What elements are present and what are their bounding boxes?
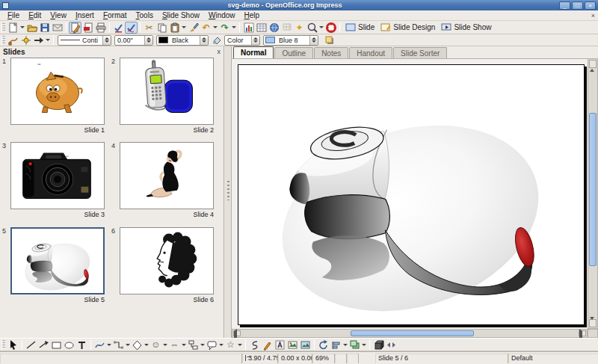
- alignment-icon[interactable]: [330, 339, 342, 351]
- from-file-icon[interactable]: [286, 339, 299, 351]
- line-icon[interactable]: [25, 339, 37, 351]
- slide-thumbnail-3[interactable]: 3 Slide 3: [10, 142, 105, 218]
- flowchart-icon[interactable]: [187, 339, 200, 351]
- shadow-icon[interactable]: [323, 34, 336, 46]
- panel-splitter[interactable]: [225, 46, 232, 338]
- menu-tools[interactable]: Tools: [132, 10, 158, 20]
- slide-show-button[interactable]: Slide Show: [438, 22, 494, 33]
- spellcheck-icon[interactable]: [112, 22, 125, 34]
- connector-dropdown-icon[interactable]: [126, 344, 130, 346]
- close-button[interactable]: ×: [585, 1, 596, 10]
- splitter-grip-icon[interactable]: [227, 181, 229, 200]
- block-arrows-dropdown-icon[interactable]: [182, 344, 186, 346]
- chart-icon[interactable]: [242, 22, 255, 34]
- edit-file-icon[interactable]: [69, 22, 81, 34]
- alignment-dropdown-icon[interactable]: [343, 344, 348, 346]
- fill-type-select[interactable]: Color: [224, 35, 260, 46]
- navigator-icon[interactable]: ✦: [293, 22, 306, 34]
- menu-view[interactable]: View: [46, 10, 71, 20]
- callouts-dropdown-icon[interactable]: [219, 344, 224, 346]
- slide-thumbnail-5[interactable]: 5 Slide 5: [10, 227, 105, 303]
- toolbar-handle[interactable]: [1, 340, 5, 349]
- line-color-select[interactable]: Black: [156, 35, 209, 46]
- scroll-left-icon[interactable]: [233, 330, 241, 336]
- line-width-spinner[interactable]: [144, 36, 152, 45]
- line-style-select[interactable]: Conti: [58, 35, 111, 46]
- line-color-spinner[interactable]: [200, 36, 208, 45]
- menu-edit[interactable]: Edit: [24, 10, 46, 20]
- slide-design-button[interactable]: Slide Design: [377, 22, 438, 33]
- print-icon[interactable]: [94, 22, 107, 34]
- paste-dropdown-icon[interactable]: [182, 26, 186, 28]
- copy-icon[interactable]: [155, 22, 168, 34]
- line-arrow-end-icon[interactable]: [37, 339, 50, 351]
- rotate-icon[interactable]: [317, 339, 330, 351]
- fill-bucket-icon[interactable]: [210, 34, 223, 46]
- maximize-button[interactable]: □: [572, 1, 583, 10]
- text-icon[interactable]: [75, 339, 88, 351]
- scroll-right-icon[interactable]: [579, 330, 586, 336]
- arrow-style-icon[interactable]: [32, 34, 45, 46]
- symbol-shapes-dropdown-icon[interactable]: [163, 344, 167, 346]
- redo-dropdown-icon[interactable]: [232, 26, 236, 28]
- new-document-dropdown-icon[interactable]: [20, 26, 25, 28]
- fill-type-spinner[interactable]: [251, 36, 259, 45]
- symbol-shapes-icon[interactable]: ☺: [150, 339, 162, 351]
- curve-dropdown-icon[interactable]: [107, 344, 111, 346]
- slide-thumbnail-1[interactable]: 1: [10, 58, 105, 134]
- zoom-dropdown-icon[interactable]: [319, 26, 324, 28]
- paste-icon[interactable]: [168, 22, 181, 34]
- arrange-dropdown-icon[interactable]: [362, 344, 366, 346]
- format-paintbrush-icon[interactable]: [187, 22, 200, 34]
- arrow-style-dropdown-icon[interactable]: [46, 39, 50, 41]
- new-document-icon[interactable]: [7, 22, 19, 34]
- email-icon[interactable]: [51, 22, 64, 34]
- slide-page[interactable]: [238, 64, 585, 325]
- tab-slide-sorter[interactable]: Slide Sorter: [393, 47, 447, 58]
- redo-icon[interactable]: ↷: [218, 22, 231, 34]
- close-document-icon[interactable]: ×: [591, 12, 595, 19]
- cut-icon[interactable]: ✂: [143, 22, 155, 34]
- tab-notes[interactable]: Notes: [314, 47, 348, 58]
- minimize-button[interactable]: _: [559, 1, 570, 10]
- flowchart-dropdown-icon[interactable]: [200, 344, 205, 346]
- tab-handout[interactable]: Handout: [349, 47, 392, 58]
- undo-dropdown-icon[interactable]: [213, 26, 218, 28]
- toolbar-handle[interactable]: [1, 23, 5, 32]
- zoom-icon[interactable]: [306, 22, 318, 34]
- slide-button[interactable]: Slide: [342, 22, 377, 33]
- edit-points-icon[interactable]: [7, 34, 19, 46]
- menu-help[interactable]: Help: [240, 10, 265, 20]
- hyperlink-icon[interactable]: [268, 22, 280, 34]
- grid-icon[interactable]: [280, 22, 293, 34]
- vertical-scrollbar[interactable]: [588, 58, 598, 329]
- stars-dropdown-icon[interactable]: [238, 344, 242, 346]
- ellipse-icon[interactable]: [63, 339, 75, 351]
- fontwork-icon[interactable]: [274, 339, 286, 351]
- arrange-icon[interactable]: [348, 339, 361, 351]
- toolbar-handle[interactable]: [1, 36, 5, 45]
- extrusion-icon[interactable]: [372, 339, 385, 351]
- curve-icon[interactable]: [93, 339, 106, 351]
- basic-shapes-icon[interactable]: [131, 339, 144, 351]
- layout-name[interactable]: Default: [508, 354, 598, 363]
- scroll-down-icon[interactable]: [589, 319, 597, 327]
- export-pdf-icon[interactable]: [81, 22, 94, 34]
- glue-points-icon[interactable]: [261, 339, 274, 351]
- vertical-scroll-thumb[interactable]: [589, 113, 597, 266]
- slide-thumbnail-6[interactable]: 6 Slide 6: [120, 227, 214, 303]
- slide-thumbnail-4[interactable]: 4 Slide 4: [120, 142, 214, 218]
- horizontal-scroll-thumb[interactable]: [351, 330, 474, 336]
- fill-color-spinner[interactable]: [309, 36, 318, 45]
- connector-icon[interactable]: [112, 339, 125, 351]
- basic-shapes-dropdown-icon[interactable]: [144, 344, 149, 346]
- slides-panel-close-icon[interactable]: x: [218, 48, 221, 55]
- callouts-icon[interactable]: [206, 339, 218, 351]
- help-icon[interactable]: [324, 22, 337, 34]
- open-icon[interactable]: [25, 22, 38, 34]
- menu-file[interactable]: File: [3, 10, 24, 20]
- stars-icon[interactable]: ☆: [224, 339, 237, 351]
- rectangle-icon[interactable]: [50, 339, 63, 351]
- menu-format[interactable]: Format: [99, 10, 132, 20]
- glue-points-icon[interactable]: [19, 34, 32, 46]
